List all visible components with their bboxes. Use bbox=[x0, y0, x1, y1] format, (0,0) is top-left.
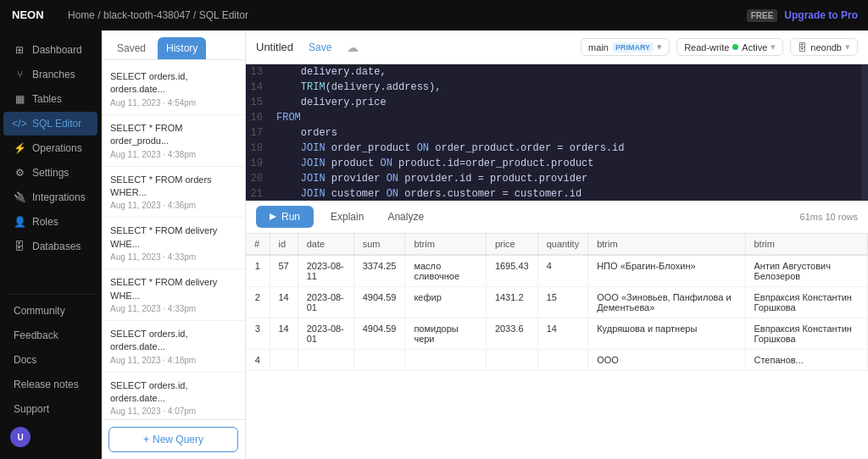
cell-quantity: 4 bbox=[537, 255, 588, 287]
new-query-button[interactable]: + New Query bbox=[108, 427, 238, 452]
avatar[interactable]: U bbox=[10, 427, 31, 447]
table-row: 4 ООО Степанов... bbox=[246, 350, 868, 371]
row-num: 1 bbox=[246, 255, 270, 287]
tab-history[interactable]: History bbox=[158, 37, 206, 59]
history-panel: Saved History SELECT orders.id, orders.d… bbox=[102, 30, 246, 459]
history-item-date: Aug 11, 2023 · 4:18pm bbox=[110, 356, 236, 365]
free-badge: FREE bbox=[747, 9, 778, 22]
cloud-icon: ☁ bbox=[347, 41, 359, 54]
cell-date: 2023-08-11 bbox=[298, 255, 353, 287]
save-button[interactable]: Save bbox=[300, 38, 340, 57]
row-num: 2 bbox=[246, 287, 270, 318]
sidebar-item-roles[interactable]: 👤 Roles bbox=[3, 210, 97, 234]
code-editor-container: 13 delivery.date, 14 TRIM(delivery.addre… bbox=[246, 64, 868, 200]
analyze-button[interactable]: Analyze bbox=[381, 207, 431, 226]
topbar-left: NEON Home / black-tooth-438047 / SQL Edi… bbox=[10, 7, 248, 24]
results-container[interactable]: # id date sum btrim price quantity btrim… bbox=[246, 234, 868, 459]
sidebar-item-docs[interactable]: Docs bbox=[3, 348, 97, 372]
history-item-text: SELECT orders.id, orders.date... bbox=[110, 70, 236, 97]
row-num: 4 bbox=[246, 350, 270, 371]
table-row: 3 14 2023-08-01 4904.59 помидоры чери 20… bbox=[246, 318, 868, 350]
sidebar-item-databases[interactable]: 🗄 Databases bbox=[3, 235, 97, 258]
run-toolbar: Run Explain Analyze 61ms 10 rows bbox=[246, 200, 868, 234]
code-line: 16 FROM bbox=[246, 110, 861, 125]
explain-button[interactable]: Explain bbox=[324, 207, 370, 226]
chevron-down-icon: ▾ bbox=[845, 41, 850, 53]
sidebar-item-integrations[interactable]: 🔌 Integrations bbox=[3, 185, 97, 209]
history-footer: + New Query bbox=[102, 419, 245, 459]
database-selector[interactable]: 🗄 neondb ▾ bbox=[790, 38, 858, 56]
results-table: # id date sum btrim price quantity btrim… bbox=[246, 234, 868, 371]
code-line: 19 JOIN product ON product.id=order_prod… bbox=[246, 156, 861, 171]
cell-date: 2023-08-01 bbox=[298, 318, 353, 350]
upgrade-button[interactable]: Upgrade to Pro bbox=[784, 9, 858, 21]
cell-btrim1: масло сливочное bbox=[405, 255, 486, 287]
access-selector[interactable]: Read-write Active ▾ bbox=[676, 38, 783, 56]
sidebar-bottom: Community Feedback Docs Release notes Su… bbox=[0, 298, 101, 459]
tab-saved[interactable]: Saved bbox=[108, 37, 154, 59]
sidebar-item-feedback[interactable]: Feedback bbox=[3, 324, 97, 347]
table-icon: ▦ bbox=[14, 93, 25, 105]
line-number: 19 bbox=[246, 156, 273, 171]
run-button[interactable]: Run bbox=[256, 206, 314, 228]
cell-btrim2: НПО «Брагин-Блохин» bbox=[588, 255, 745, 287]
new-query-label: New Query bbox=[153, 434, 203, 445]
history-tabs: Saved History bbox=[102, 30, 245, 60]
list-item[interactable]: SELECT * FROM orders WHER... Aug 11, 202… bbox=[102, 167, 245, 218]
query-title: Untitled bbox=[256, 41, 293, 53]
sidebar-item-settings[interactable]: ⚙ Settings bbox=[3, 161, 97, 185]
history-item-date: Aug 11, 2023 · 4:36pm bbox=[110, 201, 236, 210]
line-content: JOIN order_product ON order_product.orde… bbox=[273, 141, 861, 156]
topbar-right: FREE Upgrade to Pro bbox=[747, 9, 858, 22]
cell-sum bbox=[353, 350, 405, 371]
neon-logo: NEON bbox=[10, 7, 61, 24]
table-row: 2 14 2023-08-01 4904.59 кефир 1431.2 15 … bbox=[246, 287, 868, 318]
list-item[interactable]: SELECT orders.id, orders.date... Aug 11,… bbox=[102, 373, 245, 419]
list-item[interactable]: SELECT * FROM order_produ... Aug 11, 202… bbox=[102, 115, 245, 167]
cell-btrim2: ООО «Зиновьев, Панфилова и Дементьева» bbox=[588, 287, 745, 318]
cell-btrim2: Кудряшова и партнеры bbox=[588, 318, 745, 350]
plus-icon: + bbox=[143, 434, 149, 445]
sidebar-item-label: Dashboard bbox=[32, 44, 82, 56]
line-number: 14 bbox=[246, 80, 273, 95]
sidebar-item-label: Operations bbox=[32, 142, 82, 154]
cell-quantity: 15 bbox=[537, 287, 588, 318]
cell-btrim3: Евпраксия Константин Горшкова bbox=[745, 318, 868, 350]
list-item[interactable]: SELECT orders.id, orders.date... Aug 11,… bbox=[102, 321, 245, 373]
code-line: 21 JOIN customer ON orders.customer = cu… bbox=[246, 186, 861, 200]
cell-id bbox=[270, 350, 298, 371]
editor-scrollbar[interactable] bbox=[861, 64, 868, 200]
sidebar-item-support[interactable]: Support bbox=[3, 397, 97, 421]
table-body: 1 57 2023-08-11 3374.25 масло сливочное … bbox=[246, 255, 868, 371]
sidebar-item-operations[interactable]: ⚡ Operations bbox=[3, 136, 97, 160]
list-item[interactable]: SELECT * FROM delivery WHE... Aug 11, 20… bbox=[102, 269, 245, 321]
list-item[interactable]: SELECT orders.id, orders.date... Aug 11,… bbox=[102, 64, 245, 115]
history-item-date: Aug 11, 2023 · 4:38pm bbox=[110, 150, 236, 159]
sidebar-item-label: Community bbox=[14, 305, 65, 317]
main-layout: ⊞ Dashboard ⑂ Branches ▦ Tables </> SQL … bbox=[0, 30, 868, 459]
cell-btrim1: кефир bbox=[405, 287, 486, 318]
sidebar-item-label: Release notes bbox=[14, 379, 79, 390]
sidebar-item-label: Integrations bbox=[32, 191, 86, 203]
code-editor[interactable]: 13 delivery.date, 14 TRIM(delivery.addre… bbox=[246, 64, 861, 200]
sidebar-item-branches[interactable]: ⑂ Branches bbox=[3, 63, 97, 86]
code-line: 18 JOIN order_product ON order_product.o… bbox=[246, 141, 861, 156]
list-item[interactable]: SELECT * FROM delivery WHE... Aug 11, 20… bbox=[102, 218, 245, 269]
sidebar-item-dashboard[interactable]: ⊞ Dashboard bbox=[3, 38, 97, 62]
cell-btrim3: Евпраксия Константин Горшкова bbox=[745, 287, 868, 318]
code-icon: </> bbox=[14, 118, 25, 130]
branch-icon: ⑂ bbox=[14, 69, 25, 80]
code-line: 15 delivery.price bbox=[246, 95, 861, 110]
sidebar-item-tables[interactable]: ▦ Tables bbox=[3, 87, 97, 111]
sidebar-item-community[interactable]: Community bbox=[3, 299, 97, 323]
branch-selector[interactable]: main PRIMARY ▾ bbox=[581, 38, 670, 56]
line-content: delivery.date, bbox=[273, 64, 861, 80]
row-num: 3 bbox=[246, 318, 270, 350]
history-item-text: SELECT * FROM delivery WHE... bbox=[110, 276, 236, 302]
chevron-down-icon: ▾ bbox=[771, 41, 776, 53]
sidebar-item-sql-editor[interactable]: </> SQL Editor bbox=[3, 112, 97, 135]
cell-btrim1: помидоры чери bbox=[405, 318, 486, 350]
databases-icon: 🗄 bbox=[14, 241, 25, 252]
sidebar-item-release-notes[interactable]: Release notes bbox=[3, 373, 97, 396]
col-header-price: price bbox=[486, 234, 537, 255]
